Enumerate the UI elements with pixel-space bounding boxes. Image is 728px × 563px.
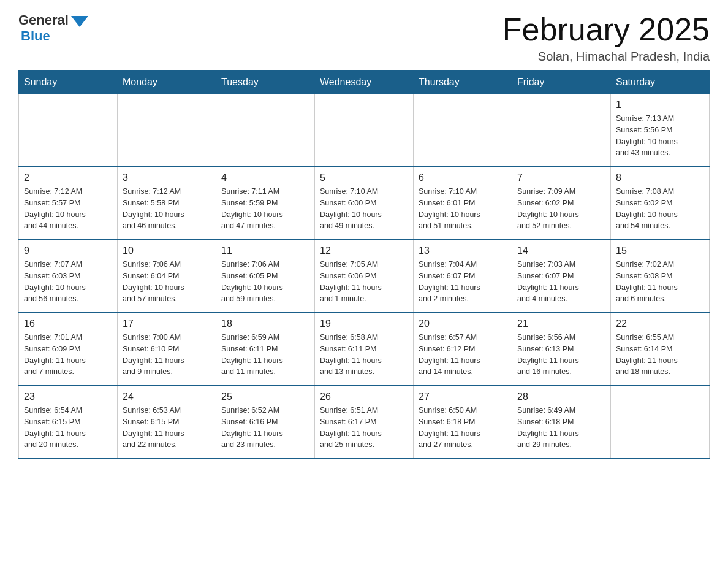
logo-general-text: General bbox=[18, 12, 69, 28]
calendar-cell bbox=[216, 94, 315, 167]
day-info: Sunrise: 6:52 AMSunset: 6:16 PMDaylight:… bbox=[221, 405, 309, 451]
calendar-cell: 8Sunrise: 7:08 AMSunset: 6:02 PMDaylight… bbox=[611, 167, 710, 240]
calendar-title: February 2025 bbox=[502, 12, 710, 47]
day-number: 12 bbox=[320, 245, 408, 256]
day-number: 27 bbox=[419, 391, 507, 402]
header-day-saturday: Saturday bbox=[611, 71, 710, 94]
day-number: 19 bbox=[320, 318, 408, 329]
logo: General Blue bbox=[18, 12, 88, 44]
header-day-wednesday: Wednesday bbox=[315, 71, 414, 94]
calendar-subtitle: Solan, Himachal Pradesh, India bbox=[502, 50, 710, 64]
day-info: Sunrise: 7:03 AMSunset: 6:07 PMDaylight:… bbox=[517, 259, 605, 305]
day-info: Sunrise: 6:50 AMSunset: 6:18 PMDaylight:… bbox=[419, 405, 507, 451]
calendar-cell: 2Sunrise: 7:12 AMSunset: 5:57 PMDaylight… bbox=[19, 167, 118, 240]
day-number: 2 bbox=[24, 172, 112, 183]
week-row-3: 16Sunrise: 7:01 AMSunset: 6:09 PMDayligh… bbox=[19, 313, 710, 386]
day-info: Sunrise: 7:10 AMSunset: 6:00 PMDaylight:… bbox=[320, 186, 408, 232]
day-number: 22 bbox=[616, 318, 704, 329]
calendar-cell: 28Sunrise: 6:49 AMSunset: 6:18 PMDayligh… bbox=[512, 386, 611, 459]
day-number: 13 bbox=[419, 245, 507, 256]
week-row-4: 23Sunrise: 6:54 AMSunset: 6:15 PMDayligh… bbox=[19, 386, 710, 459]
day-info: Sunrise: 7:06 AMSunset: 6:04 PMDaylight:… bbox=[123, 259, 211, 305]
day-number: 6 bbox=[419, 172, 507, 183]
day-number: 1 bbox=[616, 99, 704, 110]
day-number: 4 bbox=[221, 172, 309, 183]
day-info: Sunrise: 7:12 AMSunset: 5:57 PMDaylight:… bbox=[24, 186, 112, 232]
header-row: SundayMondayTuesdayWednesdayThursdayFrid… bbox=[19, 71, 710, 94]
day-number: 8 bbox=[616, 172, 704, 183]
calendar-cell: 11Sunrise: 7:06 AMSunset: 6:05 PMDayligh… bbox=[216, 240, 315, 313]
calendar-cell bbox=[315, 94, 414, 167]
calendar-cell bbox=[118, 94, 216, 167]
day-info: Sunrise: 6:56 AMSunset: 6:13 PMDaylight:… bbox=[517, 332, 605, 378]
day-number: 24 bbox=[123, 391, 211, 402]
calendar-cell: 20Sunrise: 6:57 AMSunset: 6:12 PMDayligh… bbox=[414, 313, 512, 386]
day-info: Sunrise: 6:58 AMSunset: 6:11 PMDaylight:… bbox=[320, 332, 408, 378]
day-number: 18 bbox=[221, 318, 309, 329]
day-info: Sunrise: 7:04 AMSunset: 6:07 PMDaylight:… bbox=[419, 259, 507, 305]
day-number: 3 bbox=[123, 172, 211, 183]
calendar-cell: 25Sunrise: 6:52 AMSunset: 6:16 PMDayligh… bbox=[216, 386, 315, 459]
day-number: 23 bbox=[24, 391, 112, 402]
day-number: 20 bbox=[419, 318, 507, 329]
calendar-cell bbox=[414, 94, 512, 167]
calendar-cell: 1Sunrise: 7:13 AMSunset: 5:56 PMDaylight… bbox=[611, 94, 710, 167]
header-day-monday: Monday bbox=[118, 71, 216, 94]
day-number: 5 bbox=[320, 172, 408, 183]
calendar-cell: 5Sunrise: 7:10 AMSunset: 6:00 PMDaylight… bbox=[315, 167, 414, 240]
calendar-cell: 24Sunrise: 6:53 AMSunset: 6:15 PMDayligh… bbox=[118, 386, 216, 459]
calendar-cell: 3Sunrise: 7:12 AMSunset: 5:58 PMDaylight… bbox=[118, 167, 216, 240]
day-info: Sunrise: 7:10 AMSunset: 6:01 PMDaylight:… bbox=[419, 186, 507, 232]
day-info: Sunrise: 6:53 AMSunset: 6:15 PMDaylight:… bbox=[123, 405, 211, 451]
calendar-table: SundayMondayTuesdayWednesdayThursdayFrid… bbox=[18, 70, 710, 459]
day-info: Sunrise: 7:11 AMSunset: 5:59 PMDaylight:… bbox=[221, 186, 309, 232]
day-info: Sunrise: 6:49 AMSunset: 6:18 PMDaylight:… bbox=[517, 405, 605, 451]
day-number: 11 bbox=[221, 245, 309, 256]
calendar-cell: 14Sunrise: 7:03 AMSunset: 6:07 PMDayligh… bbox=[512, 240, 611, 313]
day-number: 14 bbox=[517, 245, 605, 256]
header-day-friday: Friday bbox=[512, 71, 611, 94]
day-number: 10 bbox=[123, 245, 211, 256]
day-info: Sunrise: 6:55 AMSunset: 6:14 PMDaylight:… bbox=[616, 332, 704, 378]
calendar-cell bbox=[611, 386, 710, 459]
week-row-0: 1Sunrise: 7:13 AMSunset: 5:56 PMDaylight… bbox=[19, 94, 710, 167]
calendar-cell: 22Sunrise: 6:55 AMSunset: 6:14 PMDayligh… bbox=[611, 313, 710, 386]
calendar-cell: 21Sunrise: 6:56 AMSunset: 6:13 PMDayligh… bbox=[512, 313, 611, 386]
calendar-cell: 15Sunrise: 7:02 AMSunset: 6:08 PMDayligh… bbox=[611, 240, 710, 313]
day-info: Sunrise: 7:05 AMSunset: 6:06 PMDaylight:… bbox=[320, 259, 408, 305]
day-number: 7 bbox=[517, 172, 605, 183]
week-row-2: 9Sunrise: 7:07 AMSunset: 6:03 PMDaylight… bbox=[19, 240, 710, 313]
day-info: Sunrise: 7:01 AMSunset: 6:09 PMDaylight:… bbox=[24, 332, 112, 378]
calendar-cell: 19Sunrise: 6:58 AMSunset: 6:11 PMDayligh… bbox=[315, 313, 414, 386]
calendar-cell: 27Sunrise: 6:50 AMSunset: 6:18 PMDayligh… bbox=[414, 386, 512, 459]
calendar-cell: 23Sunrise: 6:54 AMSunset: 6:15 PMDayligh… bbox=[19, 386, 118, 459]
calendar-cell: 26Sunrise: 6:51 AMSunset: 6:17 PMDayligh… bbox=[315, 386, 414, 459]
week-row-1: 2Sunrise: 7:12 AMSunset: 5:57 PMDaylight… bbox=[19, 167, 710, 240]
calendar-header: SundayMondayTuesdayWednesdayThursdayFrid… bbox=[19, 71, 710, 94]
calendar-cell bbox=[512, 94, 611, 167]
day-number: 25 bbox=[221, 391, 309, 402]
calendar-cell: 9Sunrise: 7:07 AMSunset: 6:03 PMDaylight… bbox=[19, 240, 118, 313]
day-info: Sunrise: 7:12 AMSunset: 5:58 PMDaylight:… bbox=[123, 186, 211, 232]
calendar-cell: 18Sunrise: 6:59 AMSunset: 6:11 PMDayligh… bbox=[216, 313, 315, 386]
day-info: Sunrise: 6:51 AMSunset: 6:17 PMDaylight:… bbox=[320, 405, 408, 451]
day-info: Sunrise: 7:00 AMSunset: 6:10 PMDaylight:… bbox=[123, 332, 211, 378]
header-day-sunday: Sunday bbox=[19, 71, 118, 94]
calendar-cell: 7Sunrise: 7:09 AMSunset: 6:02 PMDaylight… bbox=[512, 167, 611, 240]
calendar-cell: 13Sunrise: 7:04 AMSunset: 6:07 PMDayligh… bbox=[414, 240, 512, 313]
day-info: Sunrise: 6:59 AMSunset: 6:11 PMDaylight:… bbox=[221, 332, 309, 378]
day-info: Sunrise: 6:54 AMSunset: 6:15 PMDaylight:… bbox=[24, 405, 112, 451]
calendar-cell: 6Sunrise: 7:10 AMSunset: 6:01 PMDaylight… bbox=[414, 167, 512, 240]
day-number: 21 bbox=[517, 318, 605, 329]
calendar-body: 1Sunrise: 7:13 AMSunset: 5:56 PMDaylight… bbox=[19, 94, 710, 459]
day-number: 9 bbox=[24, 245, 112, 256]
day-info: Sunrise: 7:13 AMSunset: 5:56 PMDaylight:… bbox=[616, 113, 704, 159]
day-info: Sunrise: 7:02 AMSunset: 6:08 PMDaylight:… bbox=[616, 259, 704, 305]
logo-blue-text: Blue bbox=[21, 28, 50, 44]
calendar-cell bbox=[19, 94, 118, 167]
day-info: Sunrise: 6:57 AMSunset: 6:12 PMDaylight:… bbox=[419, 332, 507, 378]
page-header: General Blue February 2025 Solan, Himach… bbox=[18, 12, 710, 64]
day-info: Sunrise: 7:09 AMSunset: 6:02 PMDaylight:… bbox=[517, 186, 605, 232]
calendar-cell: 4Sunrise: 7:11 AMSunset: 5:59 PMDaylight… bbox=[216, 167, 315, 240]
header-day-thursday: Thursday bbox=[414, 71, 512, 94]
